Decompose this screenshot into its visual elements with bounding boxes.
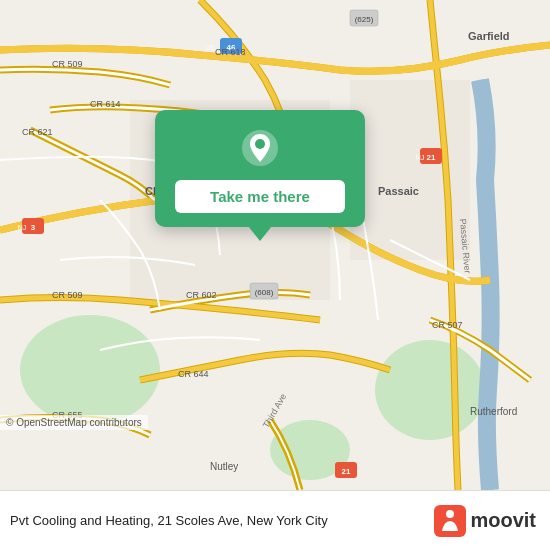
popup-card[interactable]: Take me there (155, 110, 365, 227)
svg-text:CR 621: CR 621 (22, 127, 53, 137)
bottom-bar: Pvt Cooling and Heating, 21 Scoles Ave, … (0, 490, 550, 550)
copyright-text: © OpenStreetMap contributors (6, 417, 142, 428)
svg-text:21: 21 (342, 467, 351, 476)
svg-text:CR 618: CR 618 (215, 47, 246, 57)
svg-text:21: 21 (427, 153, 436, 162)
copyright-bar: © OpenStreetMap contributors (0, 415, 148, 430)
svg-text:CR 507: CR 507 (432, 320, 463, 330)
address-text: Pvt Cooling and Heating, 21 Scoles Ave, … (10, 513, 434, 528)
svg-point-38 (255, 139, 265, 149)
svg-text:Garfield: Garfield (468, 30, 510, 42)
svg-text:CR 614: CR 614 (90, 99, 121, 109)
svg-point-40 (446, 510, 454, 518)
app-container: 46 US 3 NJ 21 NJ 21 (608) (625) CR 509 C… (0, 0, 550, 550)
svg-text:Rutherford: Rutherford (470, 406, 517, 417)
moovit-icon (434, 505, 466, 537)
svg-text:(625): (625) (355, 15, 374, 24)
svg-text:CR 602: CR 602 (186, 290, 217, 300)
svg-text:US: US (205, 44, 215, 51)
svg-text:Nutley: Nutley (210, 461, 238, 472)
map-container: 46 US 3 NJ 21 NJ 21 (608) (625) CR 509 C… (0, 0, 550, 490)
moovit-logo: moovit (434, 505, 536, 537)
svg-text:NJ: NJ (18, 224, 27, 231)
svg-text:CR 509: CR 509 (52, 290, 83, 300)
take-me-there-button[interactable]: Take me there (175, 180, 345, 213)
svg-text:3: 3 (31, 223, 36, 232)
svg-text:NJ: NJ (416, 154, 425, 161)
svg-point-2 (375, 340, 485, 440)
location-pin-icon (240, 128, 280, 168)
svg-point-1 (20, 315, 160, 425)
svg-text:(608): (608) (255, 288, 274, 297)
svg-text:Passaic: Passaic (378, 185, 419, 197)
svg-text:CR 644: CR 644 (178, 369, 209, 379)
moovit-brand-text: moovit (470, 509, 536, 532)
svg-text:CR 509: CR 509 (52, 59, 83, 69)
